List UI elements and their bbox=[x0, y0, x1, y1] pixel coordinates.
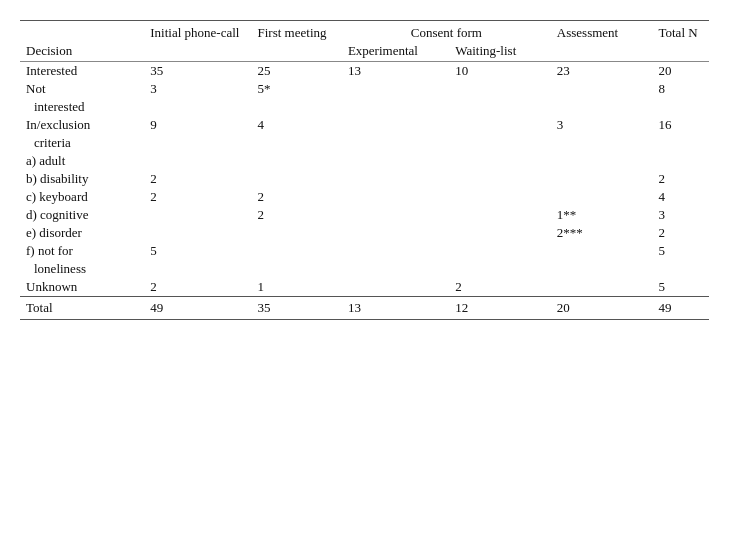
table-row: d) cognitive 2 1** 3 bbox=[20, 206, 709, 224]
cell-decision: e) disorder bbox=[20, 224, 144, 242]
table-row: f) not for 5 5 bbox=[20, 242, 709, 260]
cell-initial bbox=[144, 224, 251, 242]
cell-decision: Unknown bbox=[20, 278, 144, 297]
cell-assess: 23 bbox=[551, 62, 653, 81]
cell-total-waiting: 12 bbox=[449, 297, 551, 320]
cell-initial: 2 bbox=[144, 278, 251, 297]
cell-first: 1 bbox=[252, 278, 342, 297]
cell-first: 2 bbox=[252, 188, 342, 206]
table-row: Not 3 5* 8 bbox=[20, 80, 709, 98]
table-row: c) keyboard 2 2 4 bbox=[20, 188, 709, 206]
cell-first bbox=[252, 224, 342, 242]
cell-waiting bbox=[449, 170, 551, 188]
cell-first: 4 bbox=[252, 116, 342, 134]
cell-decision: Not bbox=[20, 80, 144, 98]
cell-decision-cont: criteria bbox=[20, 134, 144, 152]
cell-total: 2 bbox=[652, 224, 709, 242]
header-row-2: Decision Experimental Waiting-list bbox=[20, 42, 709, 61]
cell-assess bbox=[551, 188, 653, 206]
cell-total: 20 bbox=[652, 62, 709, 81]
cell-decision: c) keyboard bbox=[20, 188, 144, 206]
cell-total bbox=[652, 152, 709, 170]
cell-first: 25 bbox=[252, 62, 342, 81]
col-header-total-2 bbox=[652, 42, 709, 61]
cell-assess bbox=[551, 170, 653, 188]
table-row: Unknown 2 1 2 5 bbox=[20, 278, 709, 297]
table-row-continuation: interested bbox=[20, 98, 709, 116]
cell-exp bbox=[342, 80, 449, 98]
cell-assess bbox=[551, 80, 653, 98]
cell-exp bbox=[342, 206, 449, 224]
table-container: Initial phone-call First meeting Consent… bbox=[20, 20, 709, 320]
col-header-assessment: Assessment bbox=[551, 21, 653, 43]
cell-initial: 35 bbox=[144, 62, 251, 81]
cell-waiting bbox=[449, 242, 551, 260]
cell-initial bbox=[144, 152, 251, 170]
table-row: a) adult bbox=[20, 152, 709, 170]
cell-total-exp: 13 bbox=[342, 297, 449, 320]
cell-decision: b) disability bbox=[20, 170, 144, 188]
col-header-total: Total N bbox=[652, 21, 709, 43]
cell-decision-cont: interested bbox=[20, 98, 144, 116]
cell-decision: In/exclusion bbox=[20, 116, 144, 134]
cell-decision: d) cognitive bbox=[20, 206, 144, 224]
data-table: Initial phone-call First meeting Consent… bbox=[20, 20, 709, 320]
table-row: b) disability 2 2 bbox=[20, 170, 709, 188]
col-header-consent: Consent form bbox=[342, 21, 551, 43]
cell-first bbox=[252, 170, 342, 188]
cell-waiting bbox=[449, 116, 551, 134]
cell-decision-cont: loneliness bbox=[20, 260, 144, 278]
cell-total-label: Total bbox=[20, 297, 144, 320]
cell-first: 5* bbox=[252, 80, 342, 98]
cell-decision: Interested bbox=[20, 62, 144, 81]
table-row: In/exclusion 9 4 3 16 bbox=[20, 116, 709, 134]
cell-assess: 3 bbox=[551, 116, 653, 134]
cell-total-assess: 20 bbox=[551, 297, 653, 320]
col-header-initial-2 bbox=[144, 42, 251, 61]
cell-first bbox=[252, 152, 342, 170]
cell-waiting bbox=[449, 206, 551, 224]
cell-initial: 3 bbox=[144, 80, 251, 98]
cell-total: 8 bbox=[652, 80, 709, 98]
cell-initial bbox=[144, 206, 251, 224]
cell-exp bbox=[342, 242, 449, 260]
cell-exp bbox=[342, 170, 449, 188]
cell-exp bbox=[342, 188, 449, 206]
cell-assess: 1** bbox=[551, 206, 653, 224]
cell-total: 16 bbox=[652, 116, 709, 134]
cell-initial: 2 bbox=[144, 188, 251, 206]
col-header-waiting-list: Waiting-list bbox=[449, 42, 551, 61]
col-header-decision-empty bbox=[20, 21, 144, 43]
cell-exp: 13 bbox=[342, 62, 449, 81]
cell-total-first: 35 bbox=[252, 297, 342, 320]
total-row: Total 49 35 13 12 20 49 bbox=[20, 297, 709, 320]
table-row: e) disorder 2*** 2 bbox=[20, 224, 709, 242]
cell-assess bbox=[551, 278, 653, 297]
table-row: Interested 35 25 13 10 23 20 bbox=[20, 62, 709, 81]
cell-waiting bbox=[449, 152, 551, 170]
cell-exp bbox=[342, 224, 449, 242]
cell-total: 5 bbox=[652, 242, 709, 260]
cell-total: 2 bbox=[652, 170, 709, 188]
cell-first bbox=[252, 242, 342, 260]
col-header-first-2 bbox=[252, 42, 342, 61]
cell-total-n: 49 bbox=[652, 297, 709, 320]
table-row-continuation: criteria bbox=[20, 134, 709, 152]
header-row-1: Initial phone-call First meeting Consent… bbox=[20, 21, 709, 43]
cell-initial: 2 bbox=[144, 170, 251, 188]
cell-waiting bbox=[449, 188, 551, 206]
cell-total-initial: 49 bbox=[144, 297, 251, 320]
cell-initial: 9 bbox=[144, 116, 251, 134]
cell-total: 3 bbox=[652, 206, 709, 224]
cell-exp bbox=[342, 278, 449, 297]
col-header-first: First meeting bbox=[252, 21, 342, 43]
cell-exp bbox=[342, 152, 449, 170]
cell-initial: 5 bbox=[144, 242, 251, 260]
cell-first: 2 bbox=[252, 206, 342, 224]
col-header-assessment-2 bbox=[551, 42, 653, 61]
cell-waiting: 10 bbox=[449, 62, 551, 81]
col-header-decision-label: Decision bbox=[20, 42, 144, 61]
cell-waiting: 2 bbox=[449, 278, 551, 297]
cell-total: 4 bbox=[652, 188, 709, 206]
cell-decision: a) adult bbox=[20, 152, 144, 170]
